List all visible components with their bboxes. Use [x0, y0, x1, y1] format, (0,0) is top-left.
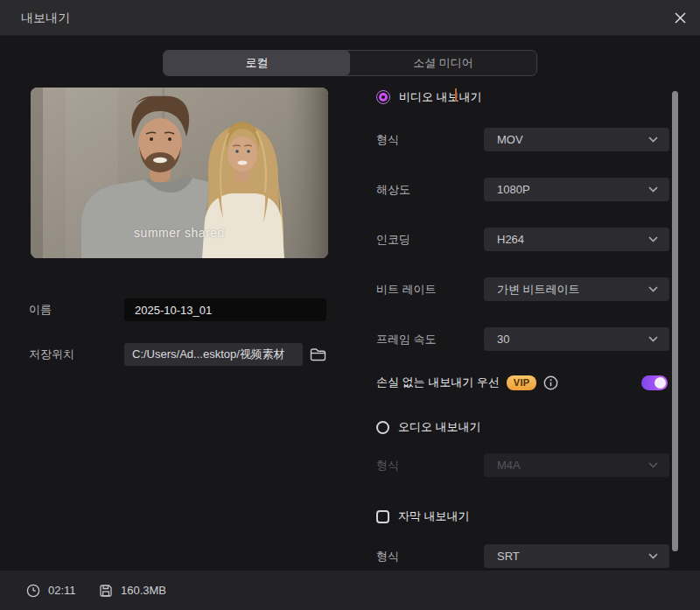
- bitrate-value: 가변 비트레이트: [497, 282, 580, 298]
- audio-export-radio[interactable]: [376, 421, 389, 434]
- resolution-label: 해상도: [376, 178, 410, 201]
- close-button[interactable]: [668, 6, 691, 29]
- tab-social-media[interactable]: 소셜 미디어: [350, 51, 536, 75]
- lossless-row: 손실 없는 내보내기 우선 VIP: [376, 375, 558, 390]
- filesize-info: 160.3MB: [99, 571, 166, 610]
- encoder-value: H264: [497, 233, 524, 246]
- bitrate-select[interactable]: 가변 비트레이트: [484, 277, 669, 301]
- folder-icon: [310, 347, 326, 362]
- subtitle-export-label: 자막 내보내기: [398, 508, 470, 524]
- subtitle-format-label: 형식: [376, 544, 399, 568]
- titlebar: 내보내기: [0, 0, 700, 36]
- footer-bar: 02:11 160.3MB 내보내기: [0, 571, 700, 610]
- scrollbar-thumb[interactable]: [672, 91, 678, 551]
- name-label: 이름: [29, 298, 52, 321]
- chevron-down-icon: [648, 553, 658, 559]
- subtitle-format-value: SRT: [497, 550, 520, 563]
- tab-local[interactable]: 로컬: [164, 51, 350, 75]
- chevron-down-icon: [648, 336, 658, 342]
- radio-on-icon: [379, 93, 388, 102]
- save-location-value: C:/Users/Ad...esktop/视频素材: [132, 347, 285, 362]
- filesize-value: 160.3MB: [121, 584, 166, 597]
- lossless-toggle[interactable]: [641, 375, 668, 390]
- audio-format-label: 형식: [376, 453, 399, 477]
- toggle-knob: [654, 377, 666, 389]
- text-cursor: [455, 88, 457, 102]
- chevron-down-icon: [648, 236, 658, 242]
- chevron-down-icon: [648, 286, 658, 292]
- format-value: MOV: [497, 133, 523, 146]
- save-location-label: 저장위치: [29, 343, 74, 366]
- subtitle-export-checkbox[interactable]: [376, 510, 389, 523]
- audio-format-select: M4A: [484, 453, 669, 477]
- lossless-label: 손실 없는 내보내기 우선: [376, 375, 500, 390]
- audio-export-label: 오디오 내보내기: [398, 419, 481, 435]
- chevron-down-icon: [648, 137, 658, 143]
- encoder-select[interactable]: H264: [484, 228, 669, 251]
- clock-icon: [26, 584, 40, 598]
- audio-format-value: M4A: [497, 459, 521, 472]
- duration-value: 02:11: [48, 584, 76, 597]
- chevron-down-icon: [648, 462, 658, 468]
- video-export-label: 비디오 내보내기: [399, 89, 482, 105]
- encoder-label: 인코딩: [376, 228, 410, 251]
- subtitle-format-select[interactable]: SRT: [484, 544, 669, 568]
- browse-folder-button[interactable]: [308, 345, 327, 364]
- save-icon: [99, 584, 113, 598]
- bitrate-label: 비트 레이트: [376, 277, 437, 301]
- save-location-field[interactable]: C:/Users/Ad...esktop/视频素材: [124, 343, 303, 366]
- framerate-select[interactable]: 30: [484, 327, 669, 351]
- audio-export-section: 오디오 내보내기: [376, 419, 481, 435]
- resolution-value: 1080P: [497, 183, 530, 196]
- video-preview: summer shared: [31, 88, 328, 258]
- format-label: 형식: [376, 128, 399, 151]
- dialog-title: 내보내기: [21, 0, 70, 35]
- close-icon: [674, 11, 687, 25]
- name-input[interactable]: [124, 298, 326, 321]
- tab-group: 로컬 소셜 미디어: [163, 50, 537, 76]
- export-dialog: 내보내기 로컬 소셜 미디어: [0, 0, 700, 610]
- video-export-section: 비디오 내보내기: [376, 89, 482, 105]
- format-select[interactable]: MOV: [484, 128, 669, 151]
- subtitle-export-section: 자막 내보내기: [376, 508, 470, 524]
- vip-badge: VIP: [507, 375, 537, 390]
- framerate-value: 30: [497, 333, 509, 346]
- duration-info: 02:11: [26, 571, 76, 610]
- preview-caption: summer shared: [31, 226, 328, 240]
- chevron-down-icon: [648, 186, 658, 193]
- resolution-select[interactable]: 1080P: [484, 178, 669, 201]
- info-icon[interactable]: [543, 375, 558, 390]
- framerate-label: 프레임 속도: [376, 327, 437, 351]
- video-export-radio[interactable]: [376, 90, 390, 104]
